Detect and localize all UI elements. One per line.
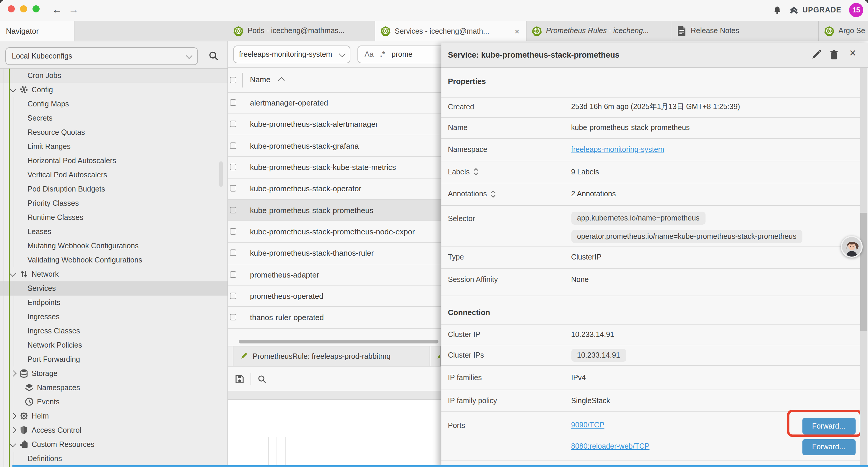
bell-icon[interactable] xyxy=(773,6,782,15)
sidebar-item-network[interactable]: Network xyxy=(0,267,227,281)
sidebar-item-services[interactable]: Services xyxy=(0,281,227,295)
sidebar-item-access-control[interactable]: Access Control xyxy=(0,423,227,437)
sidebar-item-limit-ranges[interactable]: Limit Ranges xyxy=(0,139,227,153)
editor-tab-partial[interactable] xyxy=(431,346,441,366)
forward-button-9090[interactable]: Forward... xyxy=(802,418,855,434)
sidebar-item-vertical-pod-autoscalers[interactable]: Vertical Pod Autoscalers xyxy=(0,168,227,182)
sidebar-item-ingresses[interactable]: Ingresses xyxy=(0,310,227,324)
regex-toggle[interactable]: .* xyxy=(380,50,385,59)
row-checkbox[interactable] xyxy=(230,293,236,299)
column-header-name[interactable]: Name xyxy=(250,75,270,84)
namespace-link[interactable]: freeleaps-monitoring-system xyxy=(571,146,664,154)
tab-title: Release Notes xyxy=(691,27,813,35)
row-checkbox[interactable] xyxy=(230,121,236,127)
sidebar-item-custom-resources[interactable]: Custom Resources xyxy=(0,437,227,451)
sidebar-item-pod-disruption-budgets[interactable]: Pod Disruption Budgets xyxy=(0,182,227,196)
row-checkbox[interactable] xyxy=(230,142,236,149)
sort-ascending-icon[interactable] xyxy=(278,77,285,84)
search-icon[interactable] xyxy=(209,51,219,61)
user-avatar[interactable] xyxy=(840,236,862,258)
expander-icon[interactable] xyxy=(473,168,478,176)
property-row-name: Name kube-prometheus-stack-prometheus xyxy=(441,117,860,138)
tab-prometheus-rules-icecheng[interactable]: Prometheus Rules - icecheng... xyxy=(526,20,671,41)
forward-button-8080[interactable]: Forward... xyxy=(802,439,855,455)
tab-pods-icecheng-mathmas[interactable]: Pods - icecheng@mathmas... xyxy=(228,20,375,41)
row-checkbox[interactable] xyxy=(230,207,236,213)
horizontal-scrollbar[interactable] xyxy=(239,340,438,344)
property-value: ClusterIP xyxy=(571,253,601,262)
sidebar-item-network-policies[interactable]: Network Policies xyxy=(0,338,227,352)
chevron-right-icon[interactable] xyxy=(10,370,16,376)
tab-argo-se[interactable]: Argo Se xyxy=(819,20,868,41)
sidebar-item-cron-jobs[interactable]: Cron Jobs xyxy=(0,68,227,83)
port-link-8080[interactable]: 8080:reloader-web/TCP xyxy=(571,442,649,450)
kubeconfig-selector[interactable]: Local Kubeconfigs xyxy=(5,47,198,65)
row-checkbox[interactable] xyxy=(230,228,236,235)
back-arrow-icon[interactable]: ← xyxy=(52,2,62,18)
service-detail-panel: Service: kube-prometheus-stack-prometheu… xyxy=(441,42,868,467)
notification-badge[interactable]: 15 xyxy=(849,3,863,18)
row-checkbox[interactable] xyxy=(230,314,236,320)
property-label: Type xyxy=(448,253,464,262)
navigator-panel-tab[interactable]: Navigator xyxy=(0,20,74,41)
edit-pencil-icon[interactable] xyxy=(811,50,821,60)
expander-icon[interactable] xyxy=(490,191,496,198)
sidebar-item-mutating-webhook-configurations[interactable]: Mutating Webhook Configurations xyxy=(0,238,227,253)
sidebar-item-horizontal-pod-autoscalers[interactable]: Horizontal Pod Autoscalers xyxy=(0,153,227,168)
forward-arrow-icon[interactable]: → xyxy=(68,2,79,18)
sidebar-item-definitions[interactable]: Definitions xyxy=(0,451,227,466)
row-checkbox[interactable] xyxy=(230,99,236,106)
upgrade-button[interactable]: UPGRADE xyxy=(789,6,841,15)
row-checkbox[interactable] xyxy=(230,250,236,256)
minimize-window-button[interactable] xyxy=(20,5,27,12)
sidebar-scrollbar[interactable] xyxy=(219,162,223,187)
upgrade-label: UPGRADE xyxy=(802,6,841,14)
sidebar-item-config[interactable]: Config xyxy=(0,83,227,97)
row-checkbox[interactable] xyxy=(230,271,236,278)
sidebar-item-ingress-classes[interactable]: Ingress Classes xyxy=(0,324,227,338)
close-tab-icon[interactable]: × xyxy=(514,27,521,36)
select-all-checkbox[interactable] xyxy=(230,77,236,83)
sidebar-item-config-maps[interactable]: Config Maps xyxy=(0,97,227,111)
chevron-down-icon[interactable] xyxy=(10,86,16,92)
service-name: kube-prometheus-stack-alertmanager xyxy=(250,120,378,129)
tab-title: Services - icecheng@math... xyxy=(395,27,509,35)
trash-icon[interactable] xyxy=(829,50,839,60)
port-link-9090[interactable]: 9090/TCP xyxy=(571,421,604,429)
tab-services-icecheng-math[interactable]: Services - icecheng@math...× xyxy=(375,20,526,41)
editor-tab-prometheusrule[interactable]: PrometheusRule: freeleaps-prod-rabbitmq xyxy=(232,346,430,366)
sidebar-item-port-forwarding[interactable]: Port Forwarding xyxy=(0,352,227,366)
sidebar-item-namespaces[interactable]: Namespaces xyxy=(0,380,227,395)
connection-row-cluster-ips: Cluster IPs 10.233.14.91 xyxy=(441,344,860,365)
sidebar-item-runtime-classes[interactable]: Runtime Classes xyxy=(0,210,227,224)
sidebar-item-validating-webhook-configurations[interactable]: Validating Webhook Configurations xyxy=(0,253,227,267)
sidebar-item-label: Namespaces xyxy=(37,383,80,391)
detail-scrollbar-thumb[interactable] xyxy=(860,213,867,331)
close-icon[interactable]: × xyxy=(847,47,859,57)
sidebar-item-priority-classes[interactable]: Priority Classes xyxy=(0,196,227,210)
row-checkbox[interactable] xyxy=(230,185,236,192)
namespace-filter-dropdown[interactable]: freeleaps-monitoring-system xyxy=(233,46,350,63)
sidebar-item-endpoints[interactable]: Endpoints xyxy=(0,295,227,310)
sidebar-item-resource-quotas[interactable]: Resource Quotas xyxy=(0,125,227,139)
search-icon[interactable] xyxy=(258,375,267,383)
chevron-right-icon[interactable] xyxy=(10,413,16,419)
tab-release-notes[interactable]: Release Notes xyxy=(671,20,819,41)
shield-icon xyxy=(19,426,28,435)
zoom-window-button[interactable] xyxy=(32,5,39,12)
sidebar-item-helm[interactable]: Helm xyxy=(0,409,227,423)
match-case-toggle[interactable]: Aa xyxy=(365,50,374,59)
section-heading-properties: Properties xyxy=(448,77,486,86)
sidebar-item-storage[interactable]: Storage xyxy=(0,366,227,380)
row-checkbox[interactable] xyxy=(230,164,236,170)
save-icon[interactable] xyxy=(235,375,244,383)
sidebar-item-events[interactable]: Events xyxy=(0,395,227,409)
chevron-right-icon[interactable] xyxy=(10,427,16,433)
sidebar-item-secrets[interactable]: Secrets xyxy=(0,111,227,125)
property-value: kube-prometheus-stack-prometheus xyxy=(571,124,690,132)
chevron-down-icon[interactable] xyxy=(10,270,16,276)
chevron-down-icon[interactable] xyxy=(10,440,16,447)
sidebar-item-leases[interactable]: Leases xyxy=(0,224,227,238)
close-window-button[interactable] xyxy=(8,5,15,12)
sidebar-item-label: Secrets xyxy=(28,114,53,122)
